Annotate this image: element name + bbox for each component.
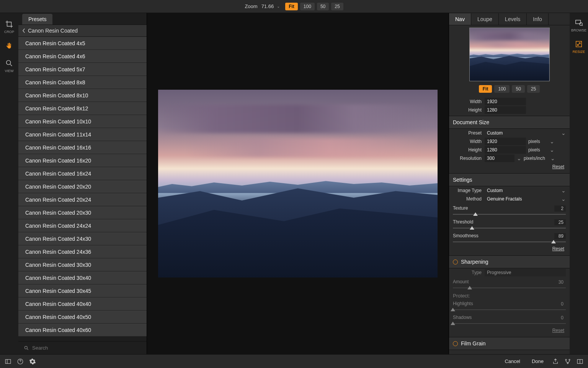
panel-toggle-icon[interactable] — [5, 358, 11, 365]
presets-back-header[interactable]: Canon Resin Coated — [18, 25, 147, 37]
bottom-bar: Cancel Done — [0, 354, 588, 368]
nav-zoom-25[interactable]: 25 — [527, 85, 540, 93]
highlights-slider[interactable]: Highlights0 — [449, 301, 570, 312]
chevron-left-icon — [22, 28, 26, 33]
doc-preset-select[interactable]: Custom — [485, 129, 559, 137]
preset-item[interactable]: Canon Resin Coated 40x40 — [18, 297, 147, 310]
preset-item[interactable]: Canon Resin Coated 8x12 — [18, 102, 147, 115]
preset-item[interactable]: Canon Resin Coated 10x10 — [18, 115, 147, 128]
pixel-width-input[interactable] — [485, 98, 526, 105]
help-icon[interactable] — [17, 358, 24, 365]
cancel-button[interactable]: Cancel — [501, 357, 523, 366]
browse-tool[interactable]: BROWSE — [571, 18, 586, 32]
share-icon[interactable] — [552, 358, 559, 365]
left-tool-strip: CROP VIEW — [0, 13, 18, 354]
branch-icon[interactable] — [564, 358, 571, 365]
chevron-down-icon[interactable]: ⌄ — [561, 196, 566, 202]
chevron-down-icon[interactable]: ⌄ — [561, 130, 566, 136]
preset-item[interactable]: Canon Resin Coated 24x30 — [18, 232, 147, 245]
preset-item[interactable]: Canon Resin Coated 20x30 — [18, 206, 147, 219]
sharpening-header[interactable]: Sharpening — [449, 255, 570, 268]
preset-item[interactable]: Canon Resin Coated 16x20 — [18, 154, 147, 167]
svg-point-3 — [580, 23, 582, 25]
pixel-height-input[interactable] — [485, 106, 526, 114]
doc-height-input[interactable] — [485, 146, 526, 154]
tab-nav[interactable]: Nav — [449, 13, 471, 25]
shadows-slider[interactable]: Shadows0 — [449, 315, 570, 326]
sharp-type-select[interactable]: Progressive — [485, 269, 566, 276]
preset-item[interactable]: Canon Resin Coated 5x7 — [18, 63, 147, 76]
right-tool-strip: BROWSE RESIZE — [570, 13, 588, 354]
preset-item[interactable]: Canon Resin Coated 8x10 — [18, 89, 147, 102]
resize-icon — [575, 40, 583, 48]
zoom-50-button[interactable]: 50 — [317, 3, 329, 10]
presets-list[interactable]: Canon Resin Coated 4x5Canon Resin Coated… — [18, 37, 147, 341]
chevron-down-icon[interactable]: ⌄ — [550, 147, 554, 153]
preset-item[interactable]: Canon Resin Coated 24x36 — [18, 245, 147, 258]
smoothness-slider[interactable]: Smoothness89 — [449, 233, 570, 245]
amount-slider[interactable]: Amount30 — [449, 279, 570, 291]
nav-zoom-fit[interactable]: Fit — [479, 85, 492, 93]
preset-item[interactable]: Canon Resin Coated 8x8 — [18, 76, 147, 89]
preset-item[interactable]: Canon Resin Coated 30x40 — [18, 271, 147, 284]
chevron-down-icon[interactable]: ⌄ — [550, 155, 555, 161]
preset-item[interactable]: Canon Resin Coated 40x60 — [18, 324, 147, 337]
svg-point-7 — [565, 359, 567, 360]
right-tabs: Nav Loupe Levels Info — [449, 13, 570, 25]
method-select[interactable]: Genuine Fractals — [485, 195, 559, 203]
navigator-thumbnail[interactable] — [469, 28, 550, 81]
doc-resolution-input[interactable] — [485, 154, 514, 162]
nav-zoom-50[interactable]: 50 — [512, 85, 524, 93]
preset-item[interactable]: Canon Resin Coated 4x5 — [18, 37, 147, 50]
settings-reset-link[interactable]: Reset — [449, 245, 570, 254]
top-zoom-bar: Zoom 71.66 ⌄ Fit 100 50 25 — [0, 0, 588, 13]
compare-icon[interactable] — [577, 358, 583, 365]
nav-zoom-100[interactable]: 100 — [494, 85, 510, 93]
zoom-value[interactable]: 71.66 — [261, 3, 274, 9]
resize-tool[interactable]: RESIZE — [573, 40, 585, 54]
chevron-down-icon[interactable]: ⌄ — [517, 155, 521, 161]
preset-item[interactable]: Canon Resin Coated 24x24 — [18, 219, 147, 232]
tab-levels[interactable]: Levels — [499, 13, 527, 25]
svg-rect-5 — [5, 359, 11, 363]
preset-item[interactable]: Canon Resin Coated 11x14 — [18, 128, 147, 141]
view-tool[interactable]: VIEW — [5, 59, 13, 73]
settings-header[interactable]: Settings — [449, 173, 570, 186]
doc-width-input[interactable] — [485, 138, 526, 145]
texture-slider[interactable]: Texture2 — [449, 205, 570, 217]
pan-tool[interactable] — [5, 42, 13, 51]
search-icon — [24, 345, 29, 351]
done-button[interactable]: Done — [529, 357, 547, 366]
presets-search-row — [18, 341, 147, 354]
zoom-25-button[interactable]: 25 — [331, 3, 343, 10]
preset-item[interactable]: Canon Resin Coated 40x50 — [18, 310, 147, 324]
crop-tool[interactable]: CROP — [4, 20, 14, 34]
zoom-100-button[interactable]: 100 — [300, 3, 315, 10]
chevron-down-icon[interactable]: ⌄ — [561, 187, 566, 194]
chevron-down-icon[interactable]: ⌄ — [550, 138, 554, 145]
presets-tab[interactable]: Presets — [18, 13, 147, 25]
presets-search-input[interactable] — [32, 345, 141, 351]
gear-icon[interactable] — [29, 358, 36, 365]
preset-item[interactable]: Canon Resin Coated 20x20 — [18, 180, 147, 193]
preset-item[interactable]: Canon Resin Coated 4x6 — [18, 50, 147, 63]
tab-info[interactable]: Info — [527, 13, 548, 25]
doc-reset-link[interactable]: Reset — [449, 163, 570, 172]
preview-image — [158, 90, 438, 278]
preset-item[interactable]: Canon Resin Coated 20x24 — [18, 193, 147, 206]
preset-item[interactable]: Canon Resin Coated 30x30 — [18, 258, 147, 271]
zoom-dropdown-icon[interactable]: ⌄ — [277, 4, 280, 8]
film-grain-header[interactable]: Film Grain — [449, 337, 570, 350]
canvas-area[interactable] — [147, 13, 449, 354]
magnifier-icon — [5, 59, 13, 67]
tab-loupe[interactable]: Loupe — [471, 13, 499, 25]
preset-item[interactable]: Canon Resin Coated 16x24 — [18, 167, 147, 180]
threshold-slider[interactable]: Threshold25 — [449, 219, 570, 231]
zoom-fit-button[interactable]: Fit — [285, 3, 298, 10]
sharpening-reset-link[interactable]: Reset — [449, 326, 570, 335]
preset-item[interactable]: Canon Resin Coated 30x45 — [18, 284, 147, 297]
image-type-select[interactable]: Custom — [485, 187, 559, 194]
preset-item[interactable]: Canon Resin Coated 16x16 — [18, 141, 147, 154]
document-size-header[interactable]: Document Size — [449, 116, 570, 129]
crop-icon — [5, 20, 13, 28]
